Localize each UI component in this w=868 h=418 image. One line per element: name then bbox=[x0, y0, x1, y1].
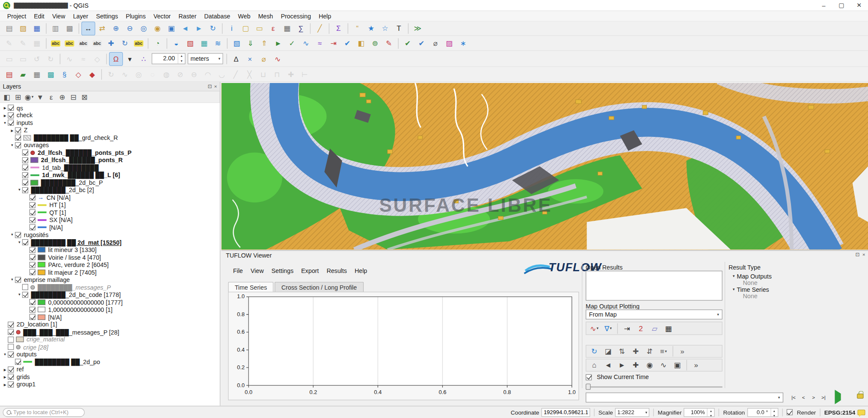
filter-legend-button[interactable]: ▼ bbox=[35, 92, 46, 102]
scale-combo[interactable]: 1:2822 ▾ bbox=[615, 408, 649, 417]
menu-processing[interactable]: Processing bbox=[277, 12, 315, 21]
visibility-checkbox[interactable] bbox=[8, 351, 14, 357]
new-project-button[interactable]: ▤ bbox=[3, 22, 15, 35]
expander-icon[interactable]: ▼ bbox=[9, 278, 15, 282]
crs-status-button[interactable]: EPSG:2154 bbox=[824, 409, 856, 416]
open-results-list[interactable] bbox=[586, 271, 723, 301]
undo-button[interactable]: ↺ bbox=[30, 52, 43, 65]
symbol-row-sx-n-a[interactable]: SX [N/A] bbox=[0, 216, 220, 223]
fill-ring-button[interactable]: ◍ bbox=[160, 68, 173, 81]
visibility-checkbox[interactable] bbox=[22, 292, 28, 298]
tuflow-menu-view[interactable]: View bbox=[247, 266, 268, 275]
flow-plot-type-button[interactable]: ∇▾ bbox=[602, 322, 615, 335]
filter-by-expression-button[interactable]: ε bbox=[46, 92, 56, 102]
spin-down-icon[interactable]: ▾ bbox=[708, 413, 714, 418]
move-label-button[interactable]: ✚ bbox=[105, 37, 118, 50]
visibility-checkbox[interactable] bbox=[15, 127, 21, 133]
self-snapping-button[interactable]: ⌀ bbox=[258, 52, 270, 65]
menu-plugins[interactable]: Plugins bbox=[122, 12, 150, 21]
expander-icon[interactable]: ▼ bbox=[2, 121, 8, 125]
layer-row-2d-lfcsh-ponts-pts-p[interactable]: 2d_lfcsh_██████_ponts_pts_P bbox=[0, 149, 220, 156]
nav-pan-button[interactable]: ✚ bbox=[629, 359, 642, 372]
visibility-checkbox[interactable] bbox=[8, 381, 14, 387]
panel-float-icon[interactable]: ⊡ bbox=[207, 83, 212, 89]
lock-time-button[interactable] bbox=[857, 390, 864, 398]
play-button[interactable] bbox=[835, 394, 841, 400]
merge-feature-attributes-button[interactable]: ⊓ bbox=[271, 68, 284, 81]
expander-icon[interactable]: ▶ bbox=[2, 375, 8, 379]
integrity-tool-button[interactable]: ✔ bbox=[341, 37, 354, 50]
tuflow-configure-project-button[interactable]: ▧ bbox=[230, 37, 243, 50]
group-row-emprise-maillage[interactable]: ▼emprise maillage bbox=[0, 276, 220, 283]
cursor-tracking-button[interactable]: ✚ bbox=[629, 345, 642, 358]
arr-to-tuflow-button[interactable]: ≈ bbox=[313, 37, 326, 50]
snapping-tolerance-spinbox[interactable]: 2.00▴▾ bbox=[152, 53, 186, 64]
zoom-in-button[interactable]: ⊕ bbox=[110, 22, 122, 35]
map-output-plotting-combo[interactable]: From Map ▾ bbox=[586, 309, 723, 319]
add-group-button[interactable]: ⊞ bbox=[13, 92, 24, 102]
processing-toolbox-button[interactable]: ∗ bbox=[457, 37, 470, 50]
layer-row-2d-po[interactable]: ████████ ██_2d_po bbox=[0, 358, 220, 365]
expander-icon[interactable]: ▶ bbox=[9, 128, 15, 132]
symbol-row-ht-1[interactable]: HT [1] bbox=[0, 201, 220, 208]
maximize-button[interactable]: ▢ bbox=[832, 0, 850, 11]
menu-web[interactable]: Web bbox=[234, 12, 254, 21]
layer-row-1d-nwk-l-6[interactable]: 1d_nwk_██████ ██_L [6] bbox=[0, 171, 220, 178]
menu-raster[interactable]: Raster bbox=[175, 12, 200, 21]
enable-snapping-button[interactable]: Ω bbox=[110, 52, 122, 65]
layer-row-2d-mat-15250[interactable]: ▼████████ ██ 2d_mat [15250] bbox=[0, 239, 220, 246]
result-type-child-none[interactable]: None bbox=[731, 279, 864, 286]
reshape-features-button[interactable]: ◡ bbox=[215, 68, 228, 81]
collapse-all-button[interactable]: ⊟ bbox=[68, 92, 79, 102]
layer-labeling-button[interactable]: abc bbox=[49, 37, 62, 50]
menu-vector[interactable]: Vector bbox=[150, 12, 175, 21]
add-delimited-text-layer-button[interactable]: § bbox=[58, 68, 71, 81]
menu-view[interactable]: View bbox=[48, 12, 69, 21]
geometry-snapper-button[interactable]: ⌀ bbox=[429, 37, 442, 50]
visibility-checkbox[interactable] bbox=[15, 135, 21, 141]
symbol-row-lit-majeur-2-7405[interactable]: lit majeur 2 [7405] bbox=[0, 269, 220, 276]
visibility-checkbox[interactable] bbox=[22, 165, 28, 171]
tuflow-panel-float-icon[interactable]: ⊡ bbox=[855, 252, 859, 258]
close-button[interactable]: ✕ bbox=[850, 0, 868, 11]
render-toggle[interactable]: Render bbox=[786, 409, 816, 416]
visibility-checkbox[interactable] bbox=[30, 247, 36, 253]
pan-to-selection-button[interactable]: ⇄ bbox=[96, 22, 109, 35]
expander-icon[interactable]: ▼ bbox=[2, 353, 8, 356]
group-row-check[interactable]: ▶check bbox=[0, 112, 220, 119]
visibility-checkbox[interactable] bbox=[8, 366, 14, 372]
tuflow-menu-settings[interactable]: Settings bbox=[268, 266, 298, 275]
nav-zoom-button[interactable]: ◉ bbox=[643, 359, 656, 372]
nav-back-button[interactable]: ◄ bbox=[602, 359, 615, 372]
layer-row-2d-lfcsh-ponts-r[interactable]: 2d_lfcsh_██████_ponts_R bbox=[0, 157, 220, 164]
expander-icon[interactable]: ▶ bbox=[2, 382, 8, 386]
symbol-row-qt-1[interactable]: QT [1] bbox=[0, 209, 220, 216]
map-canvas[interactable]: SURFACE LIBRE bbox=[222, 83, 868, 249]
layer-row-crige-material[interactable]: crige_material bbox=[0, 336, 220, 343]
group-row-z[interactable]: ▶Z bbox=[0, 127, 220, 134]
zoom-next-button[interactable]: ► bbox=[193, 22, 205, 35]
visibility-checkbox[interactable] bbox=[15, 359, 21, 365]
expander-icon[interactable]: ▶ bbox=[2, 106, 8, 110]
visibility-checkbox[interactable] bbox=[8, 374, 14, 380]
layer-row-crige-28[interactable]: crige [28] bbox=[0, 343, 220, 350]
expander-icon[interactable]: ▼ bbox=[9, 143, 15, 147]
layer-row-messages-p-28[interactable]: ███_███_███_messages_P [28] bbox=[0, 328, 220, 335]
coordinate-input[interactable] bbox=[541, 408, 590, 417]
group-row-rugosit-s[interactable]: ▼rugosités bbox=[0, 231, 220, 238]
time-slider-handle[interactable] bbox=[586, 384, 591, 390]
layer-row-messages-p[interactable]: ████████_messages_P bbox=[0, 284, 220, 291]
save-project-button[interactable]: ▦ bbox=[30, 22, 43, 35]
attribute-painter-button[interactable]: ✎ bbox=[382, 37, 395, 50]
tab-cross-section-long-profile[interactable]: Cross Section / Long Profile bbox=[275, 282, 364, 293]
symbol-row-lit-mineur-3-1330[interactable]: lit mineur 3 [1330] bbox=[0, 246, 220, 253]
symbol-row-1-000000000000000-1[interactable]: 1,000000000000000 [1] bbox=[0, 306, 220, 313]
tuflow-menu-results[interactable]: Results bbox=[323, 266, 351, 275]
spin-up-icon[interactable]: ▴ bbox=[771, 408, 778, 413]
import-chainage-button[interactable]: ⇥ bbox=[327, 37, 340, 50]
visibility-checkbox[interactable] bbox=[22, 172, 28, 178]
simplify-feature-button[interactable]: ∿ bbox=[118, 68, 131, 81]
refresh-plot-button[interactable]: ↻ bbox=[588, 345, 601, 358]
new-shapefile-layer-button[interactable]: ◆ bbox=[86, 68, 99, 81]
visibility-checkbox[interactable] bbox=[22, 239, 28, 245]
